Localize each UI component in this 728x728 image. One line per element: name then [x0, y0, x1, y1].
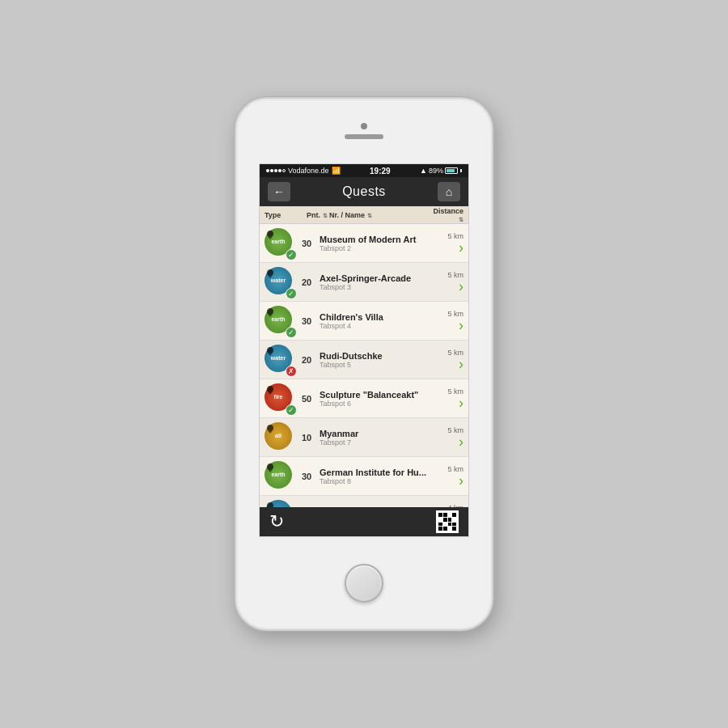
quest-info: Children's Villa Tabspot 4 [316, 312, 430, 330]
distance-label: 5 km [447, 465, 463, 473]
type-label: water [271, 355, 286, 361]
quest-name: Rudi-Dutschke [320, 351, 430, 361]
phone-shell: Vodafone.de 📶 19:29 ▲ 89% ← Quests ⌂ [235, 97, 493, 631]
quest-name: Axel-Springer-Arcade [320, 273, 430, 283]
status-bar: Vodafone.de 📶 19:29 ▲ 89% [260, 164, 468, 177]
location-icon: ▲ [420, 167, 427, 175]
quest-points: 20 [297, 277, 316, 287]
battery-label: 89% [429, 167, 443, 175]
quest-row[interactable]: water ✓ 20 Axel-Springer-Arcade Tabspot … [260, 263, 468, 302]
distance-label: 5 km [447, 232, 463, 240]
quest-type-icon: water ✗ [265, 345, 295, 375]
pin-icon [266, 502, 274, 508]
quest-distance: 5 km › [430, 271, 463, 294]
quest-info: Myanmar Tabspot 7 [316, 429, 430, 447]
quest-sub: Tabspot 3 [320, 283, 430, 291]
battery-icon [445, 167, 458, 174]
home-nav-button[interactable]: ⌂ [438, 182, 460, 201]
col-name-header[interactable]: Nr. / Name ⇅ [329, 211, 433, 219]
screen: Vodafone.de 📶 19:29 ▲ 89% ← Quests ⌂ [259, 163, 469, 537]
quest-row[interactable]: water 20 Like Father like Son Tabspot 9 … [260, 496, 468, 507]
quest-points: 20 [297, 355, 316, 365]
quest-name: Myanmar [320, 429, 430, 438]
table-header: Type Pnt. ⇅ Nr. / Name ⇅ Distance ⇅ [260, 206, 468, 224]
quest-points: 30 [297, 239, 316, 248]
sort-icon-dist: ⇅ [459, 217, 463, 222]
page-title: Quests [342, 184, 386, 199]
quest-row[interactable]: all 10 Myanmar Tabspot 7 5 km › [260, 418, 468, 457]
quest-info: Axel-Springer-Arcade Tabspot 3 [316, 273, 430, 291]
type-circle: all [265, 422, 292, 450]
type-label: earth [271, 472, 285, 477]
quest-list: earth ✓ 30 Museum of Modern Art Tabspot … [260, 224, 468, 507]
arrow-icon: › [459, 318, 463, 332]
quest-row[interactable]: water ✗ 20 Rudi-Dutschke Tabspot 5 5 km … [260, 341, 468, 379]
distance-label: 5 km [447, 310, 463, 318]
type-label: water [271, 277, 286, 283]
wifi-icon: 📶 [332, 167, 341, 175]
qr-code-icon[interactable] [436, 510, 459, 533]
status-badge: ✓ [286, 404, 297, 416]
quest-type-icon: earth ✓ [265, 306, 295, 336]
quest-row[interactable]: earth 30 German Institute for Hu... Tabs… [260, 457, 468, 496]
back-button[interactable]: ← [268, 182, 290, 201]
pin-icon [266, 385, 274, 396]
quest-type-icon: earth [265, 461, 295, 492]
phone-bottom-bezel [236, 537, 492, 629]
status-left: Vodafone.de 📶 [266, 167, 341, 175]
arrow-icon: › [459, 434, 463, 449]
type-circle: water [265, 500, 292, 508]
quest-row[interactable]: earth ✓ 30 Children's Villa Tabspot 4 5 … [260, 302, 468, 341]
quest-name: Children's Villa [320, 312, 430, 322]
type-label: earth [271, 239, 285, 244]
arrow-icon: › [459, 396, 463, 410]
status-badge: ✗ [286, 366, 297, 377]
bottom-bar: ↻ [260, 507, 468, 536]
quest-distance: 5 km › [430, 232, 463, 255]
distance-label: 5 km [447, 426, 463, 434]
quest-row[interactable]: earth ✓ 30 Museum of Modern Art Tabspot … [260, 224, 468, 263]
quest-row[interactable]: fire ✓ 50 Sculpture "Balanceakt" Tabspot… [260, 379, 468, 418]
col-dist-header[interactable]: Distance ⇅ [433, 207, 463, 223]
quest-sub: Tabspot 5 [320, 361, 430, 369]
quest-distance: 5 km › [430, 465, 463, 488]
arrow-icon: › [459, 240, 463, 255]
battery-fill [447, 169, 455, 172]
status-badge: ✓ [286, 327, 297, 338]
quest-sub: Tabspot 7 [320, 438, 430, 447]
quest-distance: 5 km › [430, 387, 463, 410]
status-badge: ✓ [286, 288, 297, 299]
distance-label: 5 km [447, 387, 463, 396]
sort-icon: ⇅ [323, 213, 328, 218]
pin-icon [266, 424, 274, 434]
status-right: ▲ 89% [420, 167, 462, 175]
type-label: fire [274, 394, 283, 400]
speaker-icon [345, 134, 383, 139]
quest-points: 10 [297, 433, 316, 442]
quest-sub: Tabspot 4 [320, 322, 430, 330]
quest-info: Rudi-Dutschke Tabspot 5 [316, 351, 430, 369]
col-pnt-header[interactable]: Pnt. ⇅ [307, 211, 329, 219]
quest-distance: 5 km › [430, 310, 463, 332]
refresh-icon[interactable]: ↻ [269, 511, 284, 532]
col-type-header[interactable]: Type [265, 211, 307, 219]
quest-type-icon: water ✓ [265, 267, 295, 298]
quest-points: 30 [297, 472, 316, 481]
type-label: earth [271, 316, 285, 322]
back-icon: ← [273, 185, 285, 198]
quest-type-icon: earth ✓ [265, 228, 295, 259]
quest-type-icon: fire ✓ [265, 383, 295, 414]
quest-name: German Institute for Hu... [320, 468, 430, 477]
time-label: 19:29 [370, 167, 391, 176]
quest-sub: Tabspot 8 [320, 477, 430, 485]
quest-points: 50 [297, 394, 316, 404]
camera-icon [361, 123, 367, 129]
arrow-icon: › [459, 473, 463, 488]
carrier-label: Vodafone.de [288, 167, 329, 175]
app-header: ← Quests ⌂ [260, 177, 468, 206]
phone-top-bezel [236, 99, 492, 163]
battery-tip [460, 169, 462, 172]
hardware-home-button[interactable] [345, 564, 383, 603]
type-circle: earth [265, 461, 292, 489]
quest-type-icon: all [265, 422, 295, 453]
